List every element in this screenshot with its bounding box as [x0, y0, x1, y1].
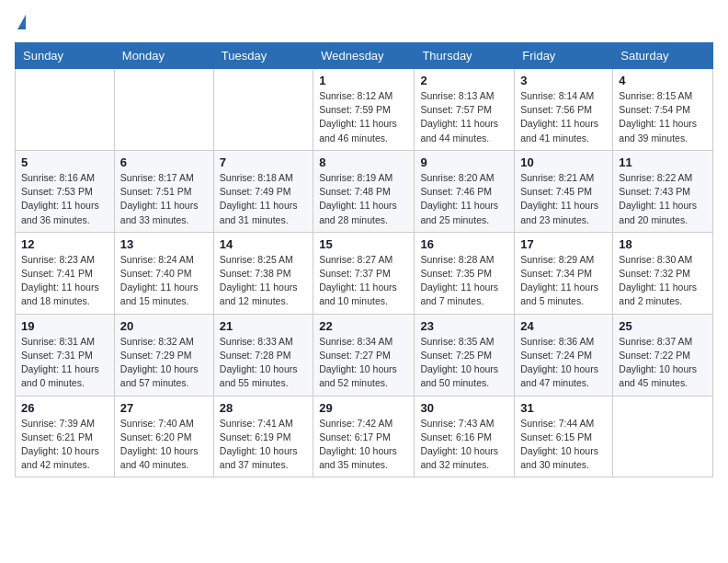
calendar-cell	[16, 69, 115, 151]
weekday-header-thursday: Thursday	[415, 43, 515, 69]
calendar-week-3: 12Sunrise: 8:23 AM Sunset: 7:41 PM Dayli…	[16, 232, 713, 314]
weekday-header-sunday: Sunday	[16, 43, 115, 69]
day-info: Sunrise: 7:42 AM Sunset: 6:17 PM Dayligh…	[319, 417, 408, 473]
calendar-cell: 27Sunrise: 7:40 AM Sunset: 6:20 PM Dayli…	[114, 396, 213, 477]
day-info: Sunrise: 8:13 AM Sunset: 7:57 PM Dayligh…	[420, 89, 508, 145]
day-info: Sunrise: 8:16 AM Sunset: 7:53 PM Dayligh…	[21, 171, 108, 227]
logo-triangle-icon	[17, 15, 26, 29]
day-info: Sunrise: 7:40 AM Sunset: 6:20 PM Dayligh…	[120, 417, 208, 473]
day-number: 29	[319, 401, 408, 415]
calendar-week-4: 19Sunrise: 8:31 AM Sunset: 7:31 PM Dayli…	[16, 314, 713, 396]
calendar-cell: 4Sunrise: 8:15 AM Sunset: 7:54 PM Daylig…	[613, 69, 713, 151]
calendar-cell: 31Sunrise: 7:44 AM Sunset: 6:15 PM Dayli…	[515, 396, 613, 477]
day-info: Sunrise: 8:19 AM Sunset: 7:48 PM Dayligh…	[319, 171, 408, 227]
weekday-header-tuesday: Tuesday	[213, 43, 313, 69]
day-number: 16	[420, 237, 508, 251]
calendar-cell: 23Sunrise: 8:35 AM Sunset: 7:25 PM Dayli…	[415, 314, 515, 396]
day-info: Sunrise: 8:28 AM Sunset: 7:35 PM Dayligh…	[420, 253, 508, 309]
day-info: Sunrise: 8:29 AM Sunset: 7:34 PM Dayligh…	[520, 253, 607, 309]
day-number: 6	[120, 155, 208, 169]
logo	[15, 15, 26, 31]
day-number: 15	[319, 237, 408, 251]
day-info: Sunrise: 8:14 AM Sunset: 7:56 PM Dayligh…	[520, 89, 607, 145]
day-info: Sunrise: 8:37 AM Sunset: 7:22 PM Dayligh…	[619, 335, 707, 391]
calendar-cell: 20Sunrise: 8:32 AM Sunset: 7:29 PM Dayli…	[114, 314, 213, 396]
day-number: 21	[220, 319, 307, 333]
day-number: 9	[420, 155, 508, 169]
calendar-week-1: 1Sunrise: 8:12 AM Sunset: 7:59 PM Daylig…	[16, 69, 713, 151]
day-number: 26	[21, 401, 108, 415]
calendar-cell	[213, 69, 313, 151]
calendar-cell: 28Sunrise: 7:41 AM Sunset: 6:19 PM Dayli…	[213, 396, 313, 477]
calendar-cell: 26Sunrise: 7:39 AM Sunset: 6:21 PM Dayli…	[16, 396, 115, 477]
day-number: 3	[520, 74, 607, 87]
day-info: Sunrise: 7:41 AM Sunset: 6:19 PM Dayligh…	[220, 417, 307, 473]
calendar-cell: 17Sunrise: 8:29 AM Sunset: 7:34 PM Dayli…	[515, 232, 613, 314]
day-info: Sunrise: 8:30 AM Sunset: 7:32 PM Dayligh…	[619, 253, 707, 309]
calendar-cell: 21Sunrise: 8:33 AM Sunset: 7:28 PM Dayli…	[213, 314, 313, 396]
calendar-cell: 7Sunrise: 8:18 AM Sunset: 7:49 PM Daylig…	[213, 150, 313, 232]
calendar-table: SundayMondayTuesdayWednesdayThursdayFrid…	[15, 42, 713, 477]
weekday-header-saturday: Saturday	[613, 43, 713, 69]
day-number: 10	[520, 155, 607, 169]
day-number: 25	[619, 319, 707, 333]
day-number: 11	[619, 155, 707, 169]
day-number: 4	[619, 74, 707, 87]
day-number: 20	[120, 319, 208, 333]
weekday-header-monday: Monday	[114, 43, 213, 69]
calendar-cell: 9Sunrise: 8:20 AM Sunset: 7:46 PM Daylig…	[415, 150, 515, 232]
calendar-cell: 6Sunrise: 8:17 AM Sunset: 7:51 PM Daylig…	[114, 150, 213, 232]
day-info: Sunrise: 8:12 AM Sunset: 7:59 PM Dayligh…	[319, 89, 408, 145]
day-number: 1	[319, 74, 408, 87]
day-number: 27	[120, 401, 208, 415]
day-info: Sunrise: 8:15 AM Sunset: 7:54 PM Dayligh…	[619, 89, 707, 145]
day-info: Sunrise: 7:44 AM Sunset: 6:15 PM Dayligh…	[520, 417, 607, 473]
day-info: Sunrise: 8:36 AM Sunset: 7:24 PM Dayligh…	[520, 335, 607, 391]
day-info: Sunrise: 8:35 AM Sunset: 7:25 PM Dayligh…	[420, 335, 508, 391]
day-info: Sunrise: 8:20 AM Sunset: 7:46 PM Dayligh…	[420, 171, 508, 227]
day-number: 7	[220, 155, 307, 169]
day-number: 31	[520, 401, 607, 415]
day-info: Sunrise: 8:21 AM Sunset: 7:45 PM Dayligh…	[520, 171, 607, 227]
calendar-week-2: 5Sunrise: 8:16 AM Sunset: 7:53 PM Daylig…	[16, 150, 713, 232]
day-number: 5	[21, 155, 108, 169]
calendar-cell: 5Sunrise: 8:16 AM Sunset: 7:53 PM Daylig…	[16, 150, 115, 232]
calendar-cell: 10Sunrise: 8:21 AM Sunset: 7:45 PM Dayli…	[515, 150, 613, 232]
calendar-cell: 22Sunrise: 8:34 AM Sunset: 7:27 PM Dayli…	[313, 314, 415, 396]
day-number: 22	[319, 319, 408, 333]
day-number: 12	[21, 237, 108, 251]
weekday-header-friday: Friday	[515, 43, 613, 69]
day-number: 2	[420, 74, 508, 87]
day-info: Sunrise: 8:17 AM Sunset: 7:51 PM Dayligh…	[120, 171, 208, 227]
day-number: 19	[21, 319, 108, 333]
day-info: Sunrise: 8:31 AM Sunset: 7:31 PM Dayligh…	[21, 335, 108, 391]
day-info: Sunrise: 8:34 AM Sunset: 7:27 PM Dayligh…	[319, 335, 408, 391]
day-number: 28	[220, 401, 307, 415]
page-header	[15, 15, 713, 31]
day-info: Sunrise: 8:33 AM Sunset: 7:28 PM Dayligh…	[220, 335, 307, 391]
calendar-cell: 15Sunrise: 8:27 AM Sunset: 7:37 PM Dayli…	[313, 232, 415, 314]
day-info: Sunrise: 8:32 AM Sunset: 7:29 PM Dayligh…	[120, 335, 208, 391]
day-number: 18	[619, 237, 707, 251]
weekday-header-wednesday: Wednesday	[313, 43, 415, 69]
day-info: Sunrise: 8:25 AM Sunset: 7:38 PM Dayligh…	[220, 253, 307, 309]
calendar-cell: 12Sunrise: 8:23 AM Sunset: 7:41 PM Dayli…	[16, 232, 115, 314]
day-info: Sunrise: 8:23 AM Sunset: 7:41 PM Dayligh…	[21, 253, 108, 309]
day-info: Sunrise: 8:22 AM Sunset: 7:43 PM Dayligh…	[619, 171, 707, 227]
calendar-header-row: SundayMondayTuesdayWednesdayThursdayFrid…	[16, 43, 713, 69]
calendar-cell: 11Sunrise: 8:22 AM Sunset: 7:43 PM Dayli…	[613, 150, 713, 232]
calendar-cell: 24Sunrise: 8:36 AM Sunset: 7:24 PM Dayli…	[515, 314, 613, 396]
calendar-cell: 19Sunrise: 8:31 AM Sunset: 7:31 PM Dayli…	[16, 314, 115, 396]
day-number: 17	[520, 237, 607, 251]
day-number: 14	[220, 237, 307, 251]
calendar-cell	[613, 396, 713, 477]
day-number: 23	[420, 319, 508, 333]
calendar-cell: 16Sunrise: 8:28 AM Sunset: 7:35 PM Dayli…	[415, 232, 515, 314]
calendar-cell	[114, 69, 213, 151]
day-number: 13	[120, 237, 208, 251]
day-number: 24	[520, 319, 607, 333]
day-info: Sunrise: 8:24 AM Sunset: 7:40 PM Dayligh…	[120, 253, 208, 309]
calendar-cell: 25Sunrise: 8:37 AM Sunset: 7:22 PM Dayli…	[613, 314, 713, 396]
day-info: Sunrise: 7:39 AM Sunset: 6:21 PM Dayligh…	[21, 417, 108, 473]
calendar-week-5: 26Sunrise: 7:39 AM Sunset: 6:21 PM Dayli…	[16, 396, 713, 477]
